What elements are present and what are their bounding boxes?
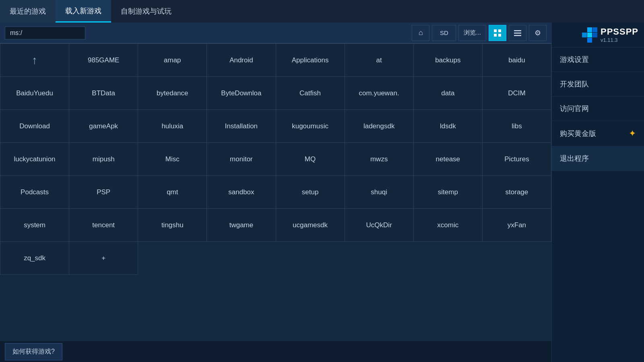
grid-cell-ladengsdk[interactable]: ladengsdk (345, 110, 414, 143)
grid-cell-xcomic[interactable]: xcomic (414, 209, 483, 242)
grid-cell-baiduyuedu[interactable]: BaiduYuedu (0, 77, 69, 110)
grid-cell-ucgamesdk[interactable]: ucgamesdk (276, 209, 345, 242)
sd-button[interactable]: SD (432, 25, 456, 41)
browse-button[interactable]: 浏览... (458, 25, 486, 41)
grid-cell-installation[interactable]: Installation (207, 110, 276, 143)
sidebar-item-game-settings[interactable]: 游戏设置 (552, 47, 644, 72)
svg-rect-80 (514, 33, 521, 34)
grid-cell-setup[interactable]: setup (276, 176, 345, 209)
svg-rect-83 (592, 27, 597, 32)
grid-container: ↑985GAMEamapAndroidApplicationsatbackups… (0, 43, 551, 275)
grid-cell-amap[interactable]: amap (138, 44, 207, 77)
file-browser: ⌂ SD 浏览... (0, 23, 551, 362)
grid-cell-at[interactable]: at (345, 44, 414, 77)
grid-cell-985game[interactable]: 985GAME (69, 44, 138, 77)
ppsspp-text-group: PPSSPP v1.11.3 (601, 27, 638, 43)
grid-cell-twgame[interactable]: twgame (207, 209, 276, 242)
grid-cell-ucqkdir[interactable]: UcQkDir (345, 209, 414, 242)
svg-rect-85 (587, 33, 592, 37)
grid-cell-libs[interactable]: libs (483, 110, 551, 143)
svg-rect-81 (514, 35, 521, 36)
grid-cell-storage[interactable]: storage (483, 176, 551, 209)
address-bar: ⌂ SD 浏览... (0, 23, 551, 43)
home-button[interactable]: ⌂ (412, 25, 429, 41)
file-grid: ↑985GAMEamapAndroidApplicationsatbackups… (0, 43, 551, 341)
grid-cell-sandbox[interactable]: sandbox (207, 176, 276, 209)
grid-cell-plus[interactable]: + (69, 242, 138, 275)
tab-homebrew[interactable]: 自制游戏与试玩 (111, 0, 181, 23)
grid-cell-qmt[interactable]: qmt (138, 176, 207, 209)
svg-rect-84 (582, 33, 587, 37)
grid-cell-mipush[interactable]: mipush (69, 143, 138, 176)
path-input[interactable] (5, 27, 85, 39)
grid-cell-misc[interactable]: Misc (138, 143, 207, 176)
right-sidebar: PPSSPP v1.11.3 游戏设置开发团队访问官网购买黄金版✦退出程序 (551, 23, 644, 362)
grid-cell-download[interactable]: Download (0, 110, 69, 143)
ppsspp-logo: PPSSPP v1.11.3 (552, 23, 644, 47)
grid-cell-netease[interactable]: netease (414, 143, 483, 176)
grid-cell-zq_sdk[interactable]: zq_sdk (0, 242, 69, 275)
tab-recent-games[interactable]: 最近的游戏 (0, 0, 56, 23)
grid-cell-data[interactable]: data (414, 77, 483, 110)
grid-cell-system[interactable]: system (0, 209, 69, 242)
grid-cell-luckycatunion[interactable]: luckycatunion (0, 143, 69, 176)
settings-button[interactable]: ⚙ (529, 25, 547, 41)
grid-cell-android[interactable]: Android (207, 44, 276, 77)
grid-cell-tingshu[interactable]: tingshu (138, 209, 207, 242)
grid-cell-shuqi[interactable]: shuqi (345, 176, 414, 209)
svg-rect-76 (498, 29, 501, 32)
grid-cell-btdata[interactable]: BTData (69, 77, 138, 110)
grid-cell-pictures[interactable]: Pictures (483, 143, 551, 176)
top-navigation: 最近的游戏 载入新游戏 自制游戏与试玩 (0, 0, 644, 23)
grid-cell-dcim[interactable]: DCIM (483, 77, 551, 110)
grid-cell-psp[interactable]: PSP (69, 176, 138, 209)
grid-cell-mq[interactable]: MQ (276, 143, 345, 176)
main-layout: ⌂ SD 浏览... (0, 23, 644, 362)
svg-rect-86 (592, 33, 597, 37)
grid-cell-applications[interactable]: Applications (276, 44, 345, 77)
sidebar-item-dev-team[interactable]: 开发团队 (552, 72, 644, 97)
ppsspp-version: v1.11.3 (601, 37, 618, 43)
bottom-bar: 如何获得游戏? (0, 341, 551, 362)
grid-cell-baidu[interactable]: baidu (483, 44, 551, 77)
how-to-get-games-button[interactable]: 如何获得游戏? (5, 343, 62, 360)
sidebar-item-buy-gold[interactable]: 购买黄金版✦ (552, 121, 644, 146)
grid-cell-up[interactable]: ↑ (0, 44, 69, 77)
svg-rect-87 (587, 38, 592, 43)
ppsspp-icon (582, 27, 597, 43)
sidebar-item-official-site[interactable]: 访问官网 (552, 97, 644, 121)
svg-rect-82 (587, 27, 592, 32)
sidebar-menu: 游戏设置开发团队访问官网购买黄金版✦退出程序 (552, 47, 644, 362)
grid-cell-yxfan[interactable]: yxFan (483, 209, 551, 242)
grid-cell-huluxia[interactable]: huluxia (138, 110, 207, 143)
grid-cell-bytedownload[interactable]: ByteDownloa (207, 77, 276, 110)
grid-cell-sitemp[interactable]: sitemp (414, 176, 483, 209)
grid-cell-backups[interactable]: backups (414, 44, 483, 77)
grid-cell-tencent[interactable]: tencent (69, 209, 138, 242)
svg-rect-77 (494, 34, 497, 37)
sidebar-item-exit[interactable]: 退出程序 (552, 146, 644, 171)
grid-cell-mwzs[interactable]: mwzs (345, 143, 414, 176)
list-view-button[interactable] (509, 25, 526, 41)
grid-cell-ldsdk[interactable]: ldsdk (414, 110, 483, 143)
grid-cell-catfish[interactable]: Catfish (276, 77, 345, 110)
grid-cell-comyuewan[interactable]: com.yuewan. (345, 77, 414, 110)
grid-view-button[interactable] (489, 25, 506, 41)
grid-cell-bytedance[interactable]: bytedance (138, 77, 207, 110)
svg-rect-75 (494, 29, 497, 32)
grid-cell-monitor[interactable]: monitor (207, 143, 276, 176)
tab-load-new-game[interactable]: 载入新游戏 (56, 0, 111, 23)
grid-cell-podcasts[interactable]: Podcasts (0, 176, 69, 209)
svg-rect-78 (498, 34, 501, 37)
gold-star-icon: ✦ (629, 128, 636, 139)
svg-rect-79 (514, 30, 521, 31)
grid-cell-kugoumusic[interactable]: kugoumusic (276, 110, 345, 143)
ppsspp-title: PPSSPP (601, 27, 638, 37)
grid-cell-gameapk[interactable]: gameApk (69, 110, 138, 143)
toolbar-buttons: ⌂ SD 浏览... (412, 25, 547, 41)
